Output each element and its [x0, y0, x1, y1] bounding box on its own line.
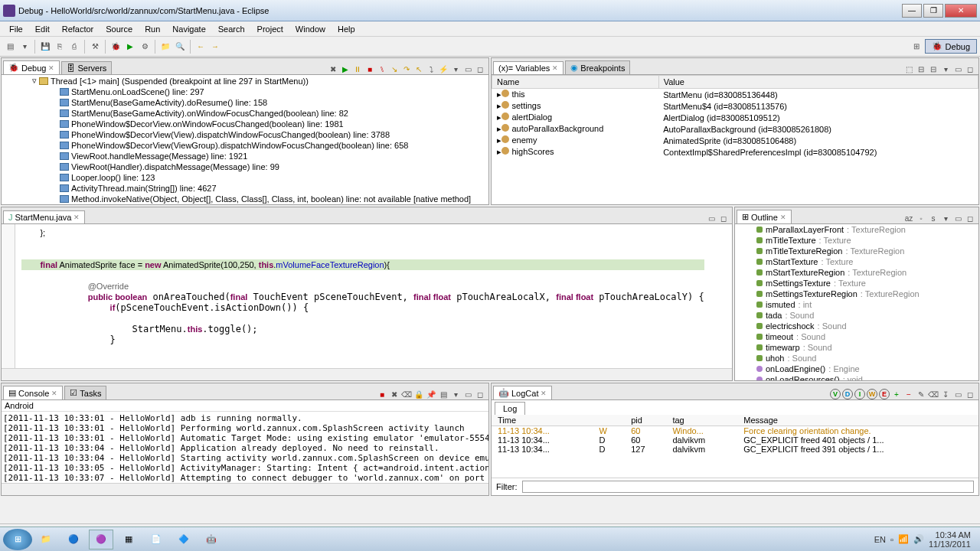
- notepad-icon[interactable]: 📄: [144, 530, 168, 549]
- tray-sound-icon[interactable]: 🔊: [913, 534, 924, 544]
- save-all-icon[interactable]: ⎘: [53, 40, 67, 54]
- outline-item[interactable]: mSettingsTexture : Texture: [735, 278, 978, 289]
- ext-tools-icon[interactable]: ⚙: [138, 40, 152, 54]
- menu-search[interactable]: Search: [212, 23, 251, 35]
- hide-fields-icon[interactable]: ◦: [916, 213, 926, 223]
- export-log-icon[interactable]: ↧: [940, 389, 951, 399]
- minimize-button[interactable]: —: [902, 4, 922, 18]
- save-icon[interactable]: 💾: [38, 40, 52, 54]
- menu-file[interactable]: File: [3, 23, 29, 35]
- menu-project[interactable]: Project: [251, 23, 289, 35]
- filter-input[interactable]: [522, 481, 975, 493]
- close-icon[interactable]: ✕: [552, 64, 558, 72]
- step-into-icon[interactable]: ↘: [389, 64, 400, 74]
- editor-ruler[interactable]: [2, 224, 15, 368]
- tray-flag-icon[interactable]: ▫: [890, 535, 893, 544]
- hide-static-icon[interactable]: s: [928, 213, 939, 223]
- debug-icon[interactable]: 🐞: [109, 40, 122, 54]
- open-console-icon[interactable]: ▾: [450, 389, 461, 399]
- remove-terminated-icon[interactable]: ✖: [328, 64, 338, 74]
- log-debug-icon[interactable]: D: [842, 389, 853, 399]
- menu-navigate[interactable]: Navigate: [166, 23, 211, 35]
- tab-outline[interactable]: ⊞Outline✕: [737, 210, 792, 223]
- maximize-button[interactable]: ❐: [923, 4, 943, 18]
- suspend-icon[interactable]: ⏸: [352, 64, 363, 74]
- outline-item[interactable]: mTitleTextureRegion : TextureRegion: [735, 246, 978, 256]
- debug-stack[interactable]: ▿Thread [<1> main] (Suspended (breakpoin…: [2, 75, 488, 204]
- minimize-icon[interactable]: ▭: [952, 389, 963, 399]
- step-return-icon[interactable]: ↖: [413, 64, 424, 74]
- menu-help[interactable]: Help: [332, 23, 361, 35]
- scroll-lock-icon[interactable]: 🔒: [413, 389, 424, 399]
- clear-log-icon[interactable]: ⌫: [928, 389, 939, 399]
- drop-frame-icon[interactable]: ⤵: [426, 64, 436, 74]
- outline-item[interactable]: tada : Sound: [735, 310, 978, 321]
- eclipse-task-icon[interactable]: 🟣: [89, 530, 113, 549]
- close-button[interactable]: ✕: [945, 4, 977, 18]
- menu-window[interactable]: Window: [289, 23, 332, 35]
- outline-item[interactable]: mStartTextureRegion : TextureRegion: [735, 267, 978, 278]
- view-menu-icon[interactable]: ▾: [940, 64, 951, 74]
- tab-console[interactable]: ▤Console✕: [3, 386, 63, 399]
- search-icon[interactable]: 🔍: [173, 40, 187, 54]
- edit-filter-icon[interactable]: ✎: [916, 389, 926, 399]
- app-icon[interactable]: ▦: [116, 530, 141, 549]
- scrollbar[interactable]: [2, 368, 732, 380]
- view-menu-icon[interactable]: ▾: [940, 213, 951, 223]
- menu-refactor[interactable]: Refactor: [56, 23, 100, 35]
- open-type-icon[interactable]: 📁: [158, 40, 172, 54]
- close-icon[interactable]: ✕: [48, 64, 54, 72]
- logcat-output[interactable]: TimepidtagMessage 11-13 10:34...W60Windo…: [492, 415, 978, 478]
- outline-item[interactable]: timeout : Sound: [735, 331, 978, 342]
- maximize-icon[interactable]: ◻: [965, 213, 975, 223]
- maximize-icon[interactable]: ◻: [475, 389, 485, 399]
- close-icon[interactable]: ✕: [780, 214, 786, 221]
- log-warn-icon[interactable]: W: [867, 389, 877, 399]
- close-icon[interactable]: ✕: [541, 390, 547, 397]
- outline-tree[interactable]: mParallaxLayerFront : TextureRegionmTitl…: [735, 224, 978, 380]
- log-info-icon[interactable]: I: [854, 389, 865, 399]
- maximize-icon[interactable]: ◻: [965, 64, 975, 74]
- chrome-icon[interactable]: 🔵: [61, 530, 86, 549]
- logical-struct-icon[interactable]: ⊟: [916, 64, 926, 74]
- display-console-icon[interactable]: ▤: [438, 389, 449, 399]
- minimize-icon[interactable]: ▭: [952, 213, 963, 223]
- tray-time[interactable]: 10:34 AM: [929, 530, 971, 540]
- pin-console-icon[interactable]: 📌: [426, 389, 436, 399]
- log-error-icon[interactable]: E: [879, 389, 890, 399]
- tab-breakpoints[interactable]: ◉Breakpoints: [565, 60, 630, 74]
- dropdown-icon[interactable]: ▾: [18, 40, 31, 54]
- remove-filter-icon[interactable]: −: [903, 389, 914, 399]
- outline-item[interactable]: mSettingsTextureRegion : TextureRegion: [735, 289, 978, 299]
- outline-item[interactable]: mStartTexture : Texture: [735, 256, 978, 267]
- log-verbose-icon[interactable]: V: [830, 389, 841, 399]
- tab-editor-file[interactable]: JStartMenu.java✕: [3, 210, 85, 223]
- scrollbar[interactable]: [2, 483, 488, 495]
- variables-table[interactable]: NameValue ▸thisStartMenu (id=83008513644…: [492, 75, 978, 204]
- menu-source[interactable]: Source: [100, 23, 139, 35]
- minimize-icon[interactable]: ▭: [462, 389, 473, 399]
- print-icon[interactable]: ⎙: [67, 40, 81, 54]
- tray-date[interactable]: 11/13/2011: [929, 540, 971, 549]
- console-output[interactable]: [2011-11-13 10:33:01 - HelloWorld] adb i…: [2, 412, 488, 483]
- clear-console-icon[interactable]: ⌫: [401, 389, 412, 399]
- log-subtab[interactable]: Log: [495, 402, 525, 415]
- tab-debug[interactable]: 🐞Debug✕: [3, 60, 60, 74]
- app2-icon[interactable]: 🔷: [172, 530, 196, 549]
- build-icon[interactable]: ⚒: [88, 40, 102, 54]
- menu-run[interactable]: Run: [139, 23, 166, 35]
- start-button[interactable]: ⊞: [3, 529, 32, 550]
- outline-item[interactable]: electricshock : Sound: [735, 321, 978, 331]
- outline-item[interactable]: ismuted : int: [735, 299, 978, 310]
- tab-servers[interactable]: 🗄Servers: [61, 61, 112, 74]
- tab-logcat[interactable]: 🤖LogCat✕: [493, 386, 552, 399]
- outline-item[interactable]: uhoh : Sound: [735, 353, 978, 364]
- step-over-icon[interactable]: ↷: [401, 64, 412, 74]
- new-icon[interactable]: ▤: [3, 40, 17, 54]
- step-filters-icon[interactable]: ⚡: [438, 64, 449, 74]
- terminate-icon[interactable]: ■: [364, 64, 375, 74]
- show-type-icon[interactable]: ⬚: [903, 64, 914, 74]
- menu-edit[interactable]: Edit: [29, 23, 56, 35]
- outline-item[interactable]: onLoadEngine() : Engine: [735, 364, 978, 374]
- code-editor[interactable]: }; final AnimatedSprite face = new Anima…: [2, 224, 732, 368]
